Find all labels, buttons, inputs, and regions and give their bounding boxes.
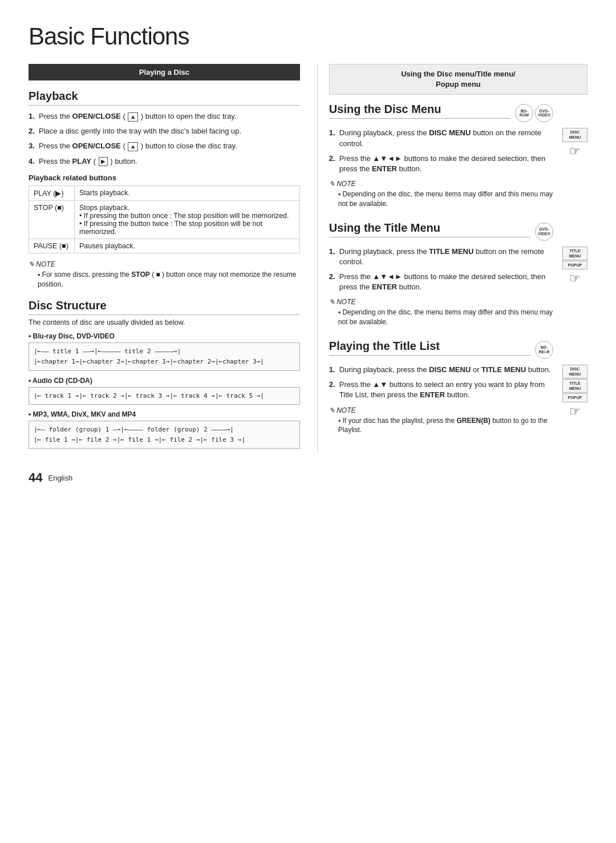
title-menu-step-1: 1. During playback, press the TITLE MENU… <box>329 247 553 267</box>
disc-item-audio-cd: Audio CD (CD-DA) <box>29 377 300 385</box>
title-list-title: Playing the Title List <box>329 340 530 356</box>
note-label: NOTE <box>329 406 553 414</box>
title-menu-steps: 1. During playback, press the TITLE MENU… <box>329 247 553 293</box>
related-buttons-heading: Playback related buttons <box>29 174 300 182</box>
left-column: Playing a Disc Playback 1. Press the OPE… <box>29 64 300 453</box>
playback-step-1: 1. Press the OPEN/CLOSE ( ▲ ) button to … <box>29 111 300 122</box>
disc-menu-title: Using the Disc Menu <box>329 103 510 119</box>
note-item: Depending on the disc, the menu items ma… <box>329 308 553 327</box>
hand-icon-3: ☞ <box>569 404 581 419</box>
title-menu-note: NOTE Depending on the disc, the menu ite… <box>329 298 553 327</box>
button-label: PAUSE (■) <box>29 239 75 253</box>
play-icon: ▶ <box>99 157 108 166</box>
playing-a-disc-header: Playing a Disc <box>29 64 300 80</box>
page-title: Basic Functions <box>29 23 587 50</box>
disc-menu-badge-2: DISC MENU <box>562 365 587 378</box>
title-list-subsection: Playing the Title List BD-RE/-R DISC MEN… <box>329 340 587 435</box>
disc-structure-section: Disc Structure The contents of disc are … <box>29 299 300 449</box>
button-label: STOP (■) <box>29 200 75 239</box>
open-close-icon: ▲ <box>128 112 138 122</box>
table-row: STOP (■) Stops playback. • If pressing t… <box>29 200 300 239</box>
note-label: NOTE <box>29 260 300 268</box>
page-number: 44 <box>29 470 42 485</box>
disc-menu-badge: DISC MENU <box>562 128 587 142</box>
title-list-note: NOTE If your disc has the playlist, pres… <box>329 406 553 435</box>
playback-steps: 1. Press the OPEN/CLOSE ( ▲ ) button to … <box>29 111 300 167</box>
title-list-steps: 1. During playback, press the DISC MENU … <box>329 365 553 401</box>
page-language: English <box>48 474 72 482</box>
dvd-video-badge-2: DVD-VIDEO <box>535 223 553 241</box>
right-column: Using the Disc menu/Title menu/ Popup me… <box>317 64 587 453</box>
table-row: PAUSE (■) Pauses playback. <box>29 239 300 253</box>
bd-re-badge: BD-RE/-R <box>535 341 553 359</box>
playback-step-2: 2. Place a disc gently into the tray wit… <box>29 126 300 136</box>
note-item: If your disc has the playlist, press the… <box>329 416 553 435</box>
hand-icon: ☞ <box>569 144 581 159</box>
title-menu-badge: TITLE MENU <box>562 247 587 260</box>
note-item: For some discs, pressing the STOP ( ■ ) … <box>29 270 300 289</box>
playback-note: NOTE For some discs, pressing the STOP (… <box>29 260 300 289</box>
page-footer: 44 English <box>29 470 587 485</box>
disc-menu-step-2: 2. Press the ▲▼◄► buttons to make the de… <box>329 154 553 174</box>
dvd-video-badge: DVD-VIDEO <box>535 104 553 122</box>
note-label: NOTE <box>329 298 553 306</box>
disc-menu-subsection: Using the Disc Menu BD-ROM DVD-VIDEO DIS… <box>329 103 587 208</box>
bd-rom-badge: BD-ROM <box>515 104 533 122</box>
mp3-diagram: |←— folder (group) 1 —→|←———— folder (gr… <box>29 421 300 449</box>
button-label: PLAY (▶) <box>29 185 75 200</box>
title-list-step-1: 1. During playback, press the DISC MENU … <box>329 365 553 375</box>
playback-step-3: 3. Press the OPEN/CLOSE ( ▲ ) button to … <box>29 141 300 151</box>
bluray-diagram: |←—— title 1 ——→|←————— title 2 —————→| … <box>29 342 300 370</box>
popup-badge-2: POPUP <box>562 393 587 402</box>
disc-menu-step-1: 1. During playback, press the DISC MENU … <box>329 128 553 148</box>
playback-section: Playback 1. Press the OPEN/CLOSE ( ▲ ) b… <box>29 90 300 289</box>
playback-table: PLAY (▶) Starts playback. STOP (■) Stops… <box>29 185 300 253</box>
title-menu-badge-2: TITLE MENU <box>562 379 587 393</box>
title-menu-title: Using the Title Menu <box>329 221 530 237</box>
disc-structure-title: Disc Structure <box>29 299 300 315</box>
page-container: Basic Functions Playing a Disc Playback … <box>29 23 587 485</box>
disc-item-mp3: MP3, WMA, DivX, MKV and MP4 <box>29 410 300 418</box>
disc-structure-desc: The contents of disc are usually divided… <box>29 318 300 326</box>
playback-title: Playback <box>29 90 300 106</box>
playback-step-4: 4. Press the PLAY ( ▶ ) button. <box>29 156 300 167</box>
title-menu-subsection: Using the Title Menu DVD-VIDEO TITLE MEN… <box>329 221 587 327</box>
open-close-icon-2: ▲ <box>128 142 138 151</box>
note-label: NOTE <box>329 180 553 188</box>
title-list-step-2: 2. Press the ▲▼ buttons to select an ent… <box>329 380 553 400</box>
disc-menu-section-header: Using the Disc menu/Title menu/ Popup me… <box>329 64 587 95</box>
two-column-layout: Playing a Disc Playback 1. Press the OPE… <box>29 64 587 453</box>
title-menu-step-2: 2. Press the ▲▼◄► buttons to make the de… <box>329 272 553 292</box>
disc-menu-steps: 1. During playback, press the DISC MENU … <box>329 128 553 174</box>
button-desc: Starts playback. <box>75 185 300 200</box>
note-item: Depending on the disc, the menu items ma… <box>329 189 553 209</box>
disc-menu-note: NOTE Depending on the disc, the menu ite… <box>329 180 553 209</box>
button-desc: Pauses playback. <box>75 239 300 253</box>
button-desc: Stops playback. • If pressing the button… <box>75 200 300 239</box>
audiocd-diagram: |← track 1 →|← track 2 →|← track 3 →|← t… <box>29 387 300 405</box>
hand-icon-2: ☞ <box>569 271 581 286</box>
popup-badge: POPUP <box>562 261 587 269</box>
disc-item-bluray: Blu-ray Disc, DVD-VIDEO <box>29 332 300 340</box>
table-row: PLAY (▶) Starts playback. <box>29 185 300 200</box>
